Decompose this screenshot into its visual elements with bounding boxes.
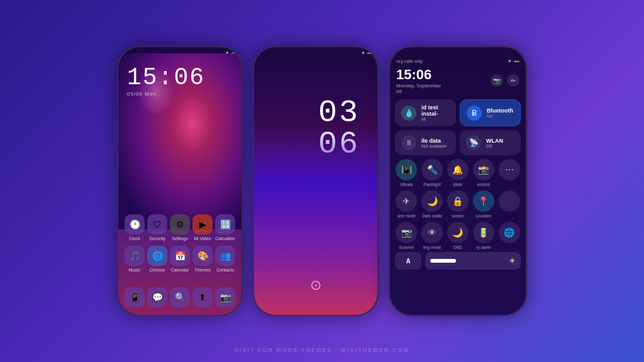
phone-3: ncy calls only ⁕ ▪▪▪ 15:06 Monday, Septe… <box>389 46 527 316</box>
fingerprint-icon: ⊙ <box>306 277 325 296</box>
ctrl-screen[interactable]: 🔒 screen <box>447 190 470 218</box>
app-grid-p1: 🕐 Clock 🛡 Security ⚙ Settings <box>123 214 236 277</box>
dock-p1: 📱 💬 🔍 ⬆ 📷 <box>123 287 236 307</box>
cc-status-text: ncy calls only <box>396 59 423 63</box>
ctrl-more[interactable]: ⋯ <box>497 159 521 187</box>
ctrl-airplane[interactable]: ✈ ane mode <box>395 190 418 218</box>
app-contacts[interactable]: 👥 Contacts <box>215 246 235 272</box>
date-p1: 05/06 Mon <box>127 91 205 97</box>
app-themes[interactable]: 🎨 Themes <box>192 246 213 272</box>
tile-mobile-data[interactable]: ⏸ ile data Not available <box>395 130 456 155</box>
control-buttons-row3: 📷 Scanner 👁 ling mode 🌙 DND 🔋 <box>395 222 521 250</box>
app-chrome[interactable]: 🌐 Chrome <box>147 246 167 272</box>
watermark: VISIT FOR MORE THEMES - MIUITHEMER.COM <box>0 347 644 353</box>
cc-status-bar: ncy calls only ⁕ ▪▪▪ <box>395 58 521 64</box>
dock-phone[interactable]: 📱 <box>125 287 145 307</box>
dock-search[interactable]: 🔍 <box>170 287 190 307</box>
ctrl-flashlight[interactable]: 🔦 Flashlight <box>421 159 444 187</box>
tile-bluetooth[interactable]: Ƀ Bluetooth On <box>460 99 521 126</box>
phones-container: ⁕ ▪▪ 15:06 05/06 Mon <box>117 46 527 316</box>
bluetooth-tile-icon: Ƀ <box>467 106 482 121</box>
time-display-p1: 15:06 05/06 Mon <box>127 66 205 97</box>
auto-brightness-btn[interactable]: A <box>395 252 421 270</box>
mobile-data-icon: ⏸ <box>401 135 416 150</box>
time-p1: 15:06 <box>127 66 205 90</box>
ctrl-vibrate[interactable]: 📳 Vibrate <box>395 159 418 187</box>
ctrl-location[interactable]: 📍 Location <box>472 190 495 218</box>
app-music[interactable]: 🎵 Music <box>125 246 145 272</box>
app-settings[interactable]: ⚙ Settings <box>170 214 190 241</box>
cc-time: 15:06 <box>396 67 441 83</box>
bluetooth-icon-p2: ⁕ <box>361 50 365 56</box>
background: ⁕ ▪▪ 15:06 05/06 Mon <box>0 0 644 362</box>
dock-camera[interactable]: 📷 <box>215 287 235 307</box>
auto-label: A <box>406 258 410 265</box>
cc-action-icons: 📷 ✏ <box>491 74 519 87</box>
control-tiles: 💧 id test instal- Mi Ƀ Bluetooth On <box>395 99 521 155</box>
ctrl-scanner[interactable]: 📷 Scanner <box>395 222 418 250</box>
control-buttons-row2: ✈ ane mode 🌙 Dark mode 🔒 screen 📍 <box>395 190 521 218</box>
ctrl-mute[interactable]: 🔔 Mute <box>447 159 470 187</box>
battery-icon-p3: ▪▪▪ <box>514 58 519 64</box>
brightness-bar[interactable]: ☀ <box>425 252 521 270</box>
ctrl-screenshot[interactable]: 📸 enshot <box>472 159 495 187</box>
edit-icon-cc[interactable]: ✏ <box>507 74 519 87</box>
app-clock[interactable]: 🕐 Clock <box>125 214 145 241</box>
bluetooth-icon-p3: ⁕ <box>508 58 512 64</box>
camera-icon-cc[interactable]: 📷 <box>491 74 503 87</box>
brightness-sun-icon: ☀ <box>509 256 516 265</box>
dock-messages[interactable]: 💬 <box>147 287 167 307</box>
internet-icon: 💧 <box>401 106 416 121</box>
brightness-fill <box>430 259 456 263</box>
cc-date: Monday, September 06 <box>396 83 441 94</box>
app-security[interactable]: 🛡 Security <box>147 214 167 241</box>
lock-hour: 03 <box>318 97 360 129</box>
ctrl-dnd[interactable]: 🌙 DND <box>447 222 470 250</box>
app-row-1: 🕐 Clock 🛡 Security ⚙ Settings <box>123 214 236 241</box>
cc-time-row: 15:06 Monday, September 06 📷 ✏ <box>395 67 521 94</box>
ctrl-battery-saver[interactable]: 🔋 ry saver <box>472 222 495 250</box>
app-mivideo[interactable]: ▶ Mi Video <box>192 214 213 241</box>
ctrl-extra[interactable] <box>497 190 521 218</box>
wlan-icon: 📡 <box>466 135 481 150</box>
control-buttons-row1: 📳 Vibrate 🔦 Flashlight 🔔 Mute 📸 <box>395 159 521 187</box>
app-calculator[interactable]: 🔢 Calculator <box>215 214 235 241</box>
ctrl-darkmode[interactable]: 🌙 Dark mode <box>421 190 444 218</box>
tile-wlan[interactable]: 📡 WLAN Off <box>460 130 521 155</box>
phone-2: ⁕ ▪▪ 03 06 ⊙ <box>253 46 379 316</box>
tile-internet[interactable]: 💧 id test instal- Mi <box>395 99 456 126</box>
bottom-controls: A ☀ <box>395 252 521 270</box>
ctrl-globe[interactable]: 🌐 <box>497 222 521 250</box>
phone-1: ⁕ ▪▪ 15:06 05/06 Mon <box>117 46 243 316</box>
ctrl-reading[interactable]: 👁 ling mode <box>421 222 444 250</box>
app-calendar[interactable]: 📅 Calendar <box>170 246 190 272</box>
app-row-2: 🎵 Music 🌐 Chrome 📅 Calendar <box>123 246 236 272</box>
dock-upload[interactable]: ⬆ <box>192 287 213 307</box>
battery-icon-p2: ▪▪ <box>367 50 371 56</box>
